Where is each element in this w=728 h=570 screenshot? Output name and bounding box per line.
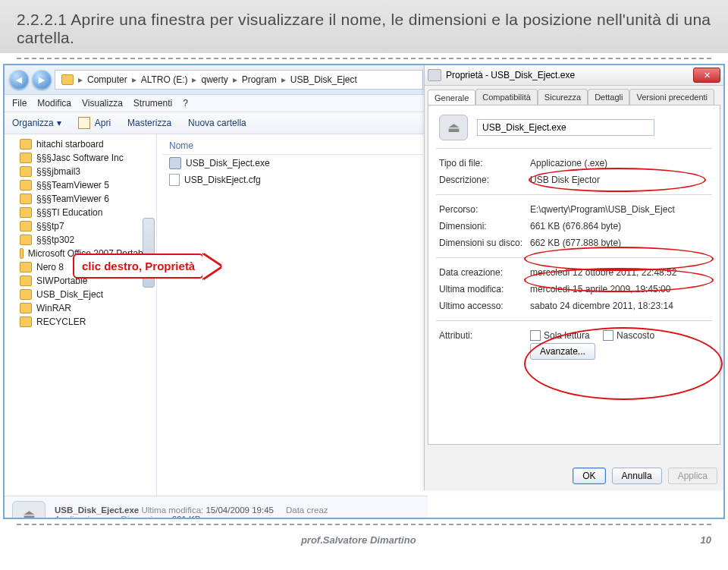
file-list: Nome USB_Disk_Eject.exe USB_DiskEject.cf… <box>157 134 428 496</box>
folder-icon <box>61 74 74 85</box>
cancel-button[interactable]: Annulla <box>612 468 662 484</box>
file-row[interactable]: USB_DiskEject.cfg <box>162 172 423 188</box>
breadcrumb-item[interactable]: qwerty <box>198 74 231 85</box>
organize-button[interactable]: Organizza ▾ <box>12 118 61 128</box>
annotation-circle-icon <box>524 268 714 292</box>
breadcrumb-item[interactable]: ALTRO (E:) <box>138 74 191 85</box>
annotation-text: clic destro, Proprietà <box>82 260 195 272</box>
folder-icon <box>20 194 32 204</box>
value-accessed: sabato 24 dicembre 2011, 18:23:14 <box>530 301 709 311</box>
details-pane: ⏏ USB_Disk_Eject.exe Ultima modifica: 15… <box>5 496 428 519</box>
tree-item[interactable]: §§§tp302 <box>6 233 155 247</box>
annotation-circle-icon <box>529 168 706 192</box>
value-size: 661 KB (676.864 byte) <box>530 221 709 231</box>
breadcrumb[interactable]: ▸Computer ▸ALTRO (E:) ▸qwerty ▸Program ▸… <box>55 70 423 90</box>
label-filetype: Tipo di file: <box>439 158 530 168</box>
tree-item[interactable]: §§§tp7 <box>6 219 155 233</box>
breadcrumb-item[interactable]: Program <box>239 74 280 85</box>
ok-button[interactable]: OK <box>573 468 605 484</box>
filename-field[interactable]: USB_Disk_Eject.exe <box>477 119 654 136</box>
annotation-circle-icon <box>524 327 723 400</box>
burn-button[interactable]: Masterizza <box>127 118 171 128</box>
tree-item[interactable]: §§§TI Education <box>6 206 155 219</box>
details-type: Applicazione <box>55 515 104 519</box>
menu-tools[interactable]: Strumenti <box>133 98 172 109</box>
column-header-name[interactable]: Nome <box>162 137 423 155</box>
tree-item[interactable]: USB_Disk_Eject <box>6 288 155 301</box>
label-accessed: Ultimo accesso: <box>439 301 530 311</box>
folder-icon <box>20 153 32 163</box>
tab-general[interactable]: Generale <box>428 90 475 105</box>
folder-icon <box>20 248 24 259</box>
slide-title: 2.2.2.1 Aprire una finestra per visualiz… <box>0 0 728 53</box>
drive-icon <box>428 69 441 81</box>
tab-security[interactable]: Sicurezza <box>538 89 588 105</box>
annotation-callout: clic destro, Proprietà <box>73 254 221 279</box>
value-filetype: Applicazione (.exe) <box>530 158 709 168</box>
folder-icon <box>20 207 32 218</box>
details-size-label: Dimensione: <box>121 515 170 519</box>
screenshot-area: ◄ ► ▸Computer ▸ALTRO (E:) ▸qwerty ▸Progr… <box>3 64 725 519</box>
details-filename: USB_Disk_Eject.exe <box>55 505 139 515</box>
folder-icon <box>20 166 32 177</box>
tab-bar: Generale Compatibilità Sicurezza Dettagl… <box>425 86 723 105</box>
menu-edit[interactable]: Modifica <box>37 98 71 109</box>
tree-item[interactable]: §§§jbmail3 <box>6 165 155 178</box>
details-mod-label: Ultima modifica: <box>141 505 203 515</box>
tab-details[interactable]: Dettagli <box>588 89 629 105</box>
dialog-title: Proprietà - USB_Disk_Eject.exe <box>446 70 575 80</box>
divider-top <box>17 58 711 59</box>
folder-tree[interactable]: hitachi starboard §§§Jasc Software Inc §… <box>5 134 157 496</box>
tree-item[interactable]: RECYCLER <box>6 315 155 329</box>
folder-icon <box>20 276 32 286</box>
apply-button[interactable]: Applica <box>668 468 717 484</box>
divider-bottom <box>17 524 711 525</box>
cfg-icon <box>169 174 180 186</box>
menu-file[interactable]: File <box>12 98 27 109</box>
new-folder-button[interactable]: Nuova cartella <box>188 118 246 128</box>
folder-icon <box>20 303 32 313</box>
label-modified: Ultima modifica: <box>439 284 530 294</box>
tree-item[interactable]: §§§TeamViewer 6 <box>6 192 155 206</box>
file-big-icon: ⏏ <box>439 115 468 140</box>
forward-button[interactable]: ► <box>32 70 52 90</box>
explorer-window: ◄ ► ▸Computer ▸ALTRO (E:) ▸qwerty ▸Progr… <box>5 65 428 518</box>
close-button[interactable]: ✕ <box>693 68 720 83</box>
folder-icon <box>20 262 32 272</box>
folder-icon <box>20 289 32 300</box>
folder-icon <box>20 139 32 150</box>
app-icon: ⏏ <box>12 501 46 519</box>
exe-icon <box>169 157 181 169</box>
back-button[interactable]: ◄ <box>9 70 29 90</box>
label-sizeondisk: Dimensioni su disco: <box>439 238 530 248</box>
dialog-buttons: OK Annulla Applica <box>573 468 717 484</box>
value-path: E:\qwerty\Program\USB_Disk_Eject <box>530 204 709 215</box>
tree-item[interactable]: §§§TeamViewer 5 <box>6 178 155 192</box>
dialog-titlebar[interactable]: Proprietà - USB_Disk_Eject.exe ✕ <box>425 65 723 86</box>
label-created: Data creazione: <box>439 267 530 278</box>
menu-view[interactable]: Visualizza <box>82 98 123 109</box>
tab-compat[interactable]: Compatibilità <box>475 89 538 105</box>
folder-icon <box>20 180 32 191</box>
details-mod-value: 15/04/2009 19:45 <box>206 505 274 515</box>
tab-prev-versions[interactable]: Versioni precedenti <box>629 89 714 105</box>
folder-icon <box>20 221 32 231</box>
tree-item[interactable]: §§§Jasc Software Inc <box>6 151 155 165</box>
tree-item[interactable]: hitachi starboard <box>6 137 155 151</box>
breadcrumb-item[interactable]: Computer <box>84 74 130 85</box>
details-size-value: 661 KB <box>172 515 201 519</box>
tree-item[interactable]: WinRAR <box>6 301 155 315</box>
label-desc: Descrizione: <box>439 175 530 185</box>
footer-author: prof.Salvatore Dimartino <box>301 534 416 546</box>
toolbar: Organizza ▾ Apri Masterizza Nuova cartel… <box>5 112 428 134</box>
menu-help[interactable]: ? <box>183 98 188 109</box>
calendar-icon <box>78 117 90 129</box>
properties-dialog: Proprietà - USB_Disk_Eject.exe ✕ General… <box>424 65 723 490</box>
open-button[interactable]: Apri <box>78 117 111 129</box>
label-attributes: Attributi: <box>439 330 530 360</box>
folder-icon <box>20 235 32 245</box>
breadcrumb-item[interactable]: USB_Disk_Eject <box>287 74 360 85</box>
file-row[interactable]: USB_Disk_Eject.exe <box>162 155 423 172</box>
details-extra: Data creaz <box>286 505 328 515</box>
annotation-arrow-icon <box>202 254 221 279</box>
